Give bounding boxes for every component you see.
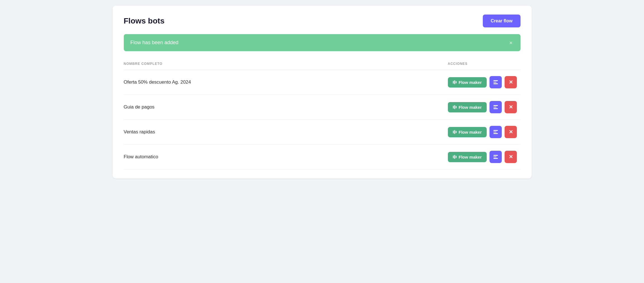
column-header-name: NOMBRE COMPLETO: [124, 62, 448, 66]
table-row: Oferta 50% descuento Ag. 2024 Flow maker…: [124, 70, 521, 95]
table-row: Ventas rapidas Flow maker ✕: [124, 120, 521, 145]
table-row: Flow automatico Flow maker ✕: [124, 145, 521, 169]
table-container: NOMBRE COMPLETO ACCIONES Oferta 50% desc…: [124, 59, 521, 169]
table-row: Guia de pagos Flow maker ✕: [124, 95, 521, 120]
flow-maker-icon: [453, 80, 457, 84]
flow-maker-icon: [453, 105, 457, 109]
alert-banner: Flow has been added ×: [124, 34, 521, 51]
edit-button[interactable]: [489, 76, 502, 88]
row-actions: Flow maker ✕: [448, 76, 521, 88]
edit-button[interactable]: [489, 101, 502, 113]
page-title: Flows bots: [124, 16, 165, 25]
flow-maker-button[interactable]: Flow maker: [448, 102, 487, 112]
delete-icon: ✕: [509, 154, 513, 160]
delete-button[interactable]: ✕: [505, 151, 517, 163]
delete-icon: ✕: [509, 129, 513, 135]
page-header: Flows bots Crear flow: [124, 15, 521, 27]
delete-button[interactable]: ✕: [505, 101, 517, 113]
row-name: Flow automatico: [124, 154, 448, 160]
row-name: Ventas rapidas: [124, 129, 448, 135]
edit-icon: [493, 155, 498, 159]
delete-icon: ✕: [509, 104, 513, 110]
row-actions: Flow maker ✕: [448, 126, 521, 138]
edit-icon: [493, 130, 498, 134]
flow-maker-button[interactable]: Flow maker: [448, 152, 487, 162]
delete-icon: ✕: [509, 79, 513, 85]
table-header: NOMBRE COMPLETO ACCIONES: [124, 59, 521, 70]
row-actions: Flow maker ✕: [448, 151, 521, 163]
edit-icon: [493, 105, 498, 109]
column-header-actions: ACCIONES: [448, 62, 521, 66]
row-actions: Flow maker ✕: [448, 101, 521, 113]
delete-button[interactable]: ✕: [505, 126, 517, 138]
delete-button[interactable]: ✕: [505, 76, 517, 88]
flow-maker-button[interactable]: Flow maker: [448, 127, 487, 137]
flow-maker-button[interactable]: Flow maker: [448, 77, 487, 88]
flow-maker-icon: [453, 155, 457, 159]
edit-icon: [493, 80, 498, 84]
row-name: Oferta 50% descuento Ag. 2024: [124, 79, 448, 85]
edit-button[interactable]: [489, 126, 502, 138]
crear-flow-button[interactable]: Crear flow: [483, 15, 520, 27]
row-name: Guia de pagos: [124, 104, 448, 110]
edit-button[interactable]: [489, 151, 502, 163]
alert-message: Flow has been added: [130, 40, 179, 46]
page-container: Flows bots Crear flow Flow has been adde…: [113, 6, 532, 178]
flow-maker-icon: [453, 130, 457, 134]
alert-close-button[interactable]: ×: [508, 40, 514, 46]
